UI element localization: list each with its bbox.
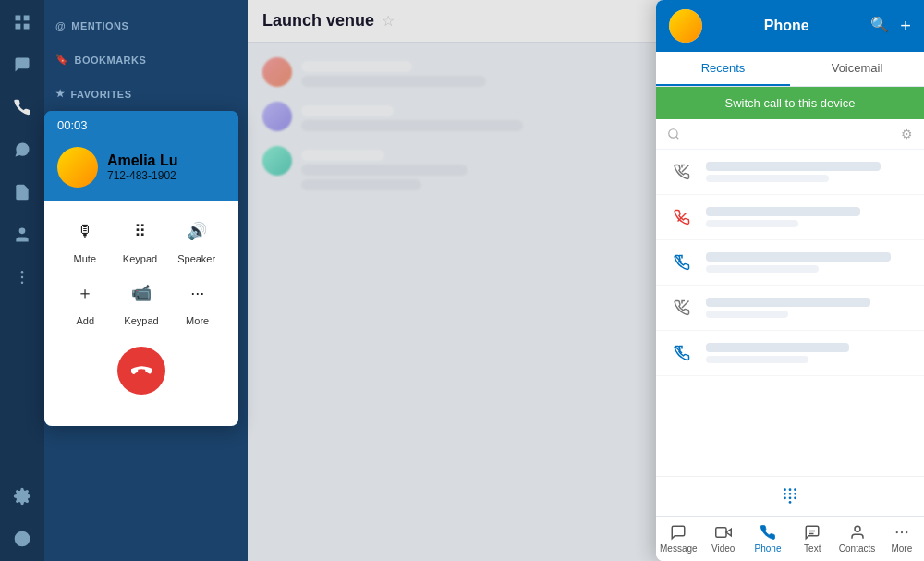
call-details	[706, 162, 911, 182]
svg-point-32	[855, 526, 860, 531]
call-timer: 00:03	[44, 111, 238, 140]
svg-point-33	[895, 531, 897, 533]
phone-header: Phone 🔍 +	[656, 0, 924, 52]
phone-search-input[interactable]	[687, 128, 894, 141]
svg-point-22	[789, 493, 792, 495]
speaker-label: Speaker	[177, 253, 215, 264]
svg-point-18	[784, 488, 786, 491]
message-icon	[670, 524, 687, 541]
call-time-bar	[706, 311, 788, 318]
bottom-nav-more-label: More	[891, 543, 912, 554]
speaker-button[interactable]: 🔊 Speaker	[177, 213, 215, 264]
incoming-call-icon	[669, 159, 695, 185]
call-name-bar	[706, 207, 860, 216]
phone-avatar	[669, 9, 702, 43]
call-name-bar	[706, 252, 891, 262]
keypad-label-1: Keypad	[123, 253, 157, 264]
avatar-image	[669, 9, 702, 43]
keypad-icon-2: 📹	[124, 275, 159, 311]
outgoing-call-icon	[669, 340, 695, 366]
mute-button[interactable]: 🎙 Mute	[67, 213, 103, 264]
app-container: @ MENTIONS 🔖 BOOKMARKS ★ FAVORITES 👤 DIR…	[0, 0, 924, 561]
svg-point-27	[789, 501, 792, 504]
call-name-bar	[706, 343, 849, 352]
svg-line-14	[678, 213, 687, 222]
more-horiz-icon	[894, 524, 910, 541]
call-name-bar	[706, 162, 881, 171]
svg-marker-28	[726, 529, 731, 536]
mute-label: Mute	[74, 253, 96, 264]
phone-header-icons: 🔍 +	[870, 16, 911, 37]
bottom-nav-message[interactable]: Message	[656, 517, 701, 561]
svg-point-34	[901, 531, 903, 533]
svg-point-20	[794, 488, 796, 491]
filter-icon[interactable]: ⚙	[901, 127, 913, 141]
keypad-bottom	[656, 476, 924, 516]
call-details	[706, 343, 911, 363]
more-label: More	[186, 315, 209, 326]
phone-panel: Phone 🔍 + Recents Voicemail Switch call …	[656, 0, 924, 561]
svg-point-35	[906, 531, 907, 533]
svg-point-25	[789, 496, 792, 499]
bottom-nav-more[interactable]: More	[880, 517, 924, 561]
bottom-nav-video[interactable]: Video	[701, 517, 746, 561]
svg-point-23	[794, 493, 796, 495]
svg-point-21	[784, 493, 786, 495]
call-item[interactable]	[656, 195, 924, 240]
call-controls-row-2: ＋ Add 📹 Keypad ··· More	[57, 275, 225, 326]
search-icon	[667, 128, 680, 140]
bottom-nav-phone-label: Phone	[755, 543, 782, 554]
switch-call-banner[interactable]: Switch call to this device	[656, 87, 924, 119]
add-call-button[interactable]: ＋ Add	[67, 275, 103, 326]
bottom-nav-video-label: Video	[711, 543, 735, 554]
dialpad-icon[interactable]	[780, 486, 800, 506]
phone-title: Phone	[711, 18, 861, 34]
search-icon[interactable]: 🔍	[870, 16, 889, 37]
svg-point-26	[794, 496, 796, 499]
tab-voicemail[interactable]: Voicemail	[790, 52, 924, 86]
call-details	[706, 298, 911, 318]
end-call-area	[57, 337, 225, 413]
svg-rect-29	[715, 528, 725, 538]
avatar-image	[57, 147, 98, 188]
call-time-bar	[706, 356, 808, 363]
call-controls-row-1: 🎙 Mute ⠿ Keypad 🔊 Speaker	[57, 213, 225, 264]
call-time-bar	[706, 265, 819, 273]
more-button[interactable]: ··· More	[180, 275, 215, 326]
phone-search-area: ⚙	[656, 119, 924, 150]
svg-point-11	[669, 129, 677, 138]
call-item[interactable]	[656, 240, 924, 286]
call-person-info: Amelia Lu 712-483-1902	[44, 140, 238, 201]
call-item[interactable]	[656, 150, 924, 195]
call-details	[706, 252, 911, 273]
add-icon[interactable]: +	[900, 16, 911, 37]
phone-icon	[760, 524, 776, 541]
bottom-nav-text[interactable]: Text	[790, 517, 834, 561]
keypad-icon: ⠿	[123, 213, 158, 249]
missed-call-icon	[669, 204, 695, 230]
svg-line-12	[676, 137, 679, 140]
bottom-nav-message-label: Message	[660, 543, 698, 554]
video-icon	[715, 524, 732, 541]
svg-line-13	[682, 165, 689, 173]
svg-point-19	[789, 488, 792, 491]
speaker-icon: 🔊	[179, 213, 214, 249]
call-person-avatar	[57, 147, 98, 188]
bottom-nav-contacts[interactable]: Contacts	[834, 517, 879, 561]
end-call-button[interactable]	[117, 347, 165, 395]
call-item[interactable]	[656, 286, 924, 331]
bottom-nav-phone[interactable]: Phone	[746, 517, 790, 561]
incoming-call-icon	[669, 295, 695, 321]
call-person-number: 712-483-1902	[107, 169, 177, 182]
bottom-nav-text-label: Text	[804, 543, 821, 554]
contacts-icon	[849, 524, 866, 541]
keypad-button-2[interactable]: 📹 Keypad	[124, 275, 159, 326]
mic-icon: 🎙	[67, 213, 103, 249]
call-item[interactable]	[656, 331, 924, 376]
keypad-button-1[interactable]: ⠿ Keypad	[123, 213, 158, 264]
outgoing-call-icon	[669, 250, 695, 275]
add-icon: ＋	[67, 275, 103, 311]
call-time-bar	[706, 220, 798, 227]
text-icon	[804, 524, 821, 541]
tab-recents[interactable]: Recents	[656, 52, 790, 86]
